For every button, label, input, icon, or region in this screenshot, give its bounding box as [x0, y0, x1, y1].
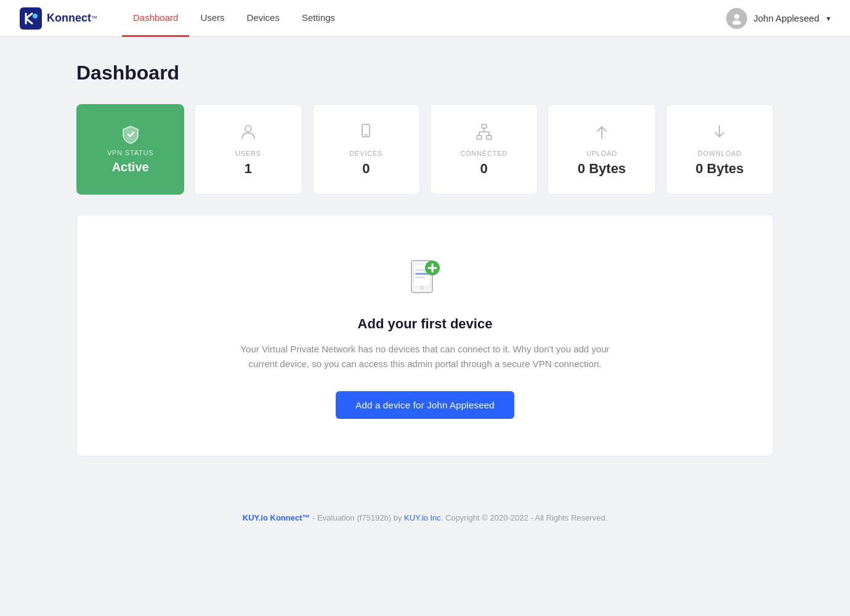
shield-icon: [121, 124, 140, 144]
brand-logo-link[interactable]: Konnect™: [20, 7, 97, 30]
download-icon: [710, 122, 729, 145]
footer-link[interactable]: KUY.io Inc: [404, 513, 441, 522]
navbar: Konnect™ Dashboard Users Devices Setting…: [0, 0, 850, 37]
devices-icon: [356, 122, 376, 145]
connected-icon: [474, 122, 494, 145]
empty-state-description: Your Virtual Private Network has no devi…: [240, 342, 610, 371]
svg-rect-20: [415, 277, 425, 278]
footer-dash: -: [310, 513, 318, 522]
footer-eval-text: Evaluation (f75192b) by: [317, 513, 404, 522]
user-menu[interactable]: John Appleseed ▾: [726, 8, 830, 29]
add-device-button[interactable]: Add a device for John Appleseed: [336, 391, 514, 419]
nav-users[interactable]: Users: [189, 0, 235, 37]
connected-label: CONNECTED: [460, 150, 508, 157]
stat-card-upload: UPLOAD 0 Bytes: [548, 104, 655, 195]
user-name-label: John Appleseed: [753, 13, 819, 23]
page-title: Dashboard: [76, 62, 774, 84]
svg-rect-9: [487, 136, 492, 139]
upload-icon: [592, 122, 612, 145]
stat-card-vpn: VPN STATUS Active: [76, 104, 184, 195]
vpn-status-value: Active: [112, 160, 149, 174]
svg-rect-19: [415, 273, 429, 275]
main-content: Dashboard VPN STATUS Active USERS: [62, 37, 788, 493]
nav-dashboard[interactable]: Dashboard: [122, 0, 189, 37]
user-avatar-icon: [731, 12, 743, 25]
users-label: USERS: [235, 150, 261, 157]
nav-settings[interactable]: Settings: [291, 0, 346, 37]
nav-links: Dashboard Users Devices Settings: [122, 0, 726, 37]
footer: KUY.io Konnect™ - Evaluation (f75192b) b…: [0, 493, 850, 537]
svg-point-2: [734, 14, 739, 19]
nav-devices[interactable]: Devices: [236, 0, 291, 37]
svg-rect-0: [20, 7, 42, 30]
svg-point-1: [33, 14, 38, 18]
chevron-down-icon: ▾: [827, 14, 830, 23]
svg-point-3: [732, 20, 741, 25]
stat-card-devices: DEVICES 0: [312, 104, 420, 195]
brand-name: Konnect: [47, 12, 91, 25]
connected-value: 0: [480, 161, 488, 177]
download-value: 0 Bytes: [695, 161, 743, 177]
stat-card-connected: CONNECTED 0: [430, 104, 538, 195]
svg-rect-7: [482, 124, 487, 128]
footer-brand: KUY.io Konnect™: [243, 513, 310, 522]
device-add-icon: [400, 252, 450, 301]
footer-copyright: . Copyright © 2020-2022 - All Rights Res…: [441, 513, 607, 522]
stat-cards: VPN STATUS Active USERS 1 DEVICES: [76, 104, 774, 195]
devices-label: DEVICES: [349, 150, 382, 157]
upload-value: 0 Bytes: [578, 161, 626, 177]
upload-label: UPLOAD: [586, 150, 617, 157]
vpn-shield-icon-wrap: [121, 124, 140, 144]
svg-point-4: [245, 126, 251, 132]
svg-rect-8: [477, 136, 482, 139]
users-icon: [238, 122, 258, 145]
vpn-status-label: VPN STATUS: [107, 149, 153, 156]
stat-card-download: DOWNLOAD 0 Bytes: [666, 104, 774, 195]
svg-point-21: [420, 286, 424, 290]
users-value: 1: [245, 161, 252, 177]
add-device-illustration: [400, 252, 450, 301]
download-label: DOWNLOAD: [698, 150, 742, 157]
stat-card-users: USERS 1: [194, 104, 302, 195]
brand-tm: ™: [91, 15, 97, 22]
konnect-logo-icon: [20, 7, 42, 30]
devices-value: 0: [362, 161, 370, 177]
avatar: [726, 8, 747, 29]
empty-state-card: Add your first device Your Virtual Priva…: [76, 214, 774, 456]
empty-state-title: Add your first device: [358, 316, 493, 332]
